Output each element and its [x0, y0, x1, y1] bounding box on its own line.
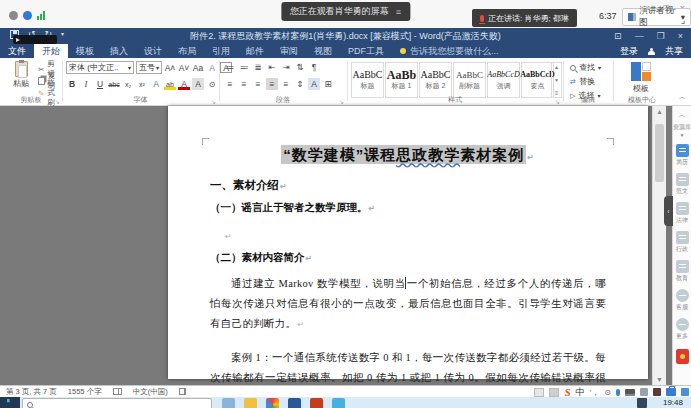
- start-button[interactable]: [0, 397, 20, 408]
- style-card-title[interactable]: AaBbC 标题: [351, 62, 384, 98]
- superscript-button[interactable]: x²: [136, 78, 148, 90]
- page-indicator[interactable]: 第 3 页, 共 7 页: [6, 387, 57, 397]
- multilevel-list-button[interactable]: ≣: [252, 61, 264, 73]
- find-button[interactable]: 查找▾: [570, 62, 601, 73]
- style-card-emphasis[interactable]: AaBbCcD 强调: [487, 62, 520, 98]
- increase-indent-button[interactable]: ⇥: [280, 61, 292, 73]
- tab-view[interactable]: 视图: [306, 44, 340, 58]
- document-title-line[interactable]: “数学建模”课程思政教学素材案例: [168, 146, 648, 165]
- paragraph-dialog-launcher[interactable]: ↘: [339, 98, 344, 105]
- sidebar-item-law[interactable]: 法律: [676, 202, 689, 225]
- sign-in-button[interactable]: 登录: [620, 45, 638, 58]
- app-icon[interactable]: [310, 398, 323, 408]
- character-shading-button[interactable]: A: [192, 78, 204, 90]
- taskview-icon[interactable]: [222, 398, 235, 408]
- emoji-icon[interactable]: ⊙: [604, 388, 611, 397]
- keyboard-icon[interactable]: [625, 389, 635, 396]
- watching-banner[interactable]: 您正在观看肖华勇的屏幕 ≡: [281, 2, 410, 21]
- font-name-select[interactable]: 宋体 (中文正..▾: [66, 61, 134, 74]
- style-card-heading2[interactable]: AaBbC 标题 2: [419, 62, 452, 98]
- change-case-button[interactable]: Aa: [192, 62, 204, 74]
- collapse-ribbon-icon[interactable]: ︿: [679, 92, 686, 102]
- share-button[interactable]: 共享: [665, 45, 683, 58]
- taskbar-clock[interactable]: 19:48: [663, 398, 683, 407]
- grow-font-button[interactable]: A˄: [164, 62, 176, 74]
- font-size-select[interactable]: 五号▾: [136, 61, 162, 74]
- tab-layout[interactable]: 布局: [170, 44, 204, 58]
- ribbon-options-icon[interactable]: ⊡: [614, 31, 622, 41]
- ime-tool-icon[interactable]: [653, 388, 661, 396]
- underline-button[interactable]: U: [94, 78, 106, 90]
- subscript-button[interactable]: x₂: [122, 78, 134, 90]
- align-center-button[interactable]: ≡: [238, 78, 250, 90]
- tab-design[interactable]: 设计: [136, 44, 170, 58]
- align-left-button[interactable]: ≡: [224, 78, 236, 90]
- styles-gallery-scroll[interactable]: ▲ ▼ ≡: [551, 62, 562, 98]
- decrease-indent-button[interactable]: ⇤: [266, 61, 278, 73]
- word-minimize-button[interactable]: —: [635, 31, 644, 41]
- bullets-button[interactable]: ≔: [224, 61, 236, 73]
- sidebar-item-education[interactable]: 教育: [676, 260, 689, 283]
- distribute-button[interactable]: ≡: [280, 78, 292, 90]
- highlight-color-button[interactable]: ab: [164, 78, 176, 90]
- tab-references[interactable]: 引用: [204, 44, 238, 58]
- scroll-down-icon[interactable]: ▼: [653, 376, 666, 383]
- align-right-button[interactable]: ≡: [252, 78, 264, 90]
- sidebar-header[interactable]: 资源库: [673, 123, 691, 132]
- meeting-app-icon[interactable]: [332, 398, 345, 408]
- tell-me-box[interactable]: 告诉我您想要做什么...: [400, 44, 499, 58]
- justify-button[interactable]: ≡: [266, 78, 278, 90]
- tab-home[interactable]: 开始: [34, 44, 68, 58]
- language-indicator[interactable]: 中文(中国): [133, 387, 168, 397]
- subheading-2[interactable]: （二）素材内容简介: [210, 251, 648, 265]
- subheading-1[interactable]: （一）谣言止于智者之数学原理。: [210, 201, 648, 215]
- word-restore-button[interactable]: ❐: [657, 31, 665, 41]
- word-app-icon[interactable]: [288, 398, 301, 408]
- sidebar-item-support[interactable]: 客服: [676, 289, 689, 312]
- vertical-scrollbar[interactable]: ▲ ▼: [652, 106, 666, 385]
- numbering-button[interactable]: ≕: [238, 61, 250, 73]
- tab-insert[interactable]: 插入: [102, 44, 136, 58]
- styles-dialog-launcher[interactable]: ↘: [555, 98, 560, 105]
- template-button[interactable]: 模板: [624, 62, 658, 94]
- style-card-heading1[interactable]: AaBb 标题 1: [385, 62, 418, 98]
- enclose-characters-button[interactable]: ⊙: [206, 78, 218, 90]
- text-effects-button[interactable]: A: [150, 78, 162, 90]
- tab-file[interactable]: 文件: [0, 44, 34, 58]
- shading-button[interactable]: A: [308, 78, 320, 90]
- punctuation-icon[interactable]: ’，: [590, 387, 600, 398]
- heading-1[interactable]: 一、素材介绍: [210, 178, 648, 193]
- qat-customize-icon[interactable]: ▾: [61, 30, 64, 39]
- word-close-button[interactable]: ×: [678, 31, 683, 41]
- skin-icon[interactable]: [640, 388, 648, 396]
- font-color-button[interactable]: A: [178, 78, 190, 90]
- tray-icon[interactable]: [637, 398, 647, 408]
- print-layout-icon[interactable]: [549, 388, 559, 397]
- clear-formatting-button[interactable]: A: [206, 62, 218, 74]
- empty-paragraph[interactable]: [224, 225, 648, 243]
- sidebar-item-admin[interactable]: 行政: [676, 231, 689, 254]
- sidebar-item-more[interactable]: 更多: [676, 318, 689, 341]
- plugin-icon[interactable]: [681, 388, 689, 396]
- read-mode-icon[interactable]: [534, 388, 544, 397]
- tab-mailings[interactable]: 邮件: [238, 44, 272, 58]
- scroll-down-icon[interactable]: ▼: [554, 77, 559, 83]
- toolbox-icon[interactable]: [666, 388, 676, 396]
- fullscreen-icon[interactable]: [672, 10, 685, 23]
- insert-mode-icon[interactable]: [179, 388, 186, 395]
- word-count[interactable]: 1555 个字: [68, 387, 102, 397]
- clipboard-dialog-launcher[interactable]: ↘: [55, 98, 60, 105]
- banner-menu-icon[interactable]: ≡: [396, 7, 401, 17]
- font-dialog-launcher[interactable]: ↘: [211, 98, 216, 105]
- line-spacing-button[interactable]: ⇕: [294, 78, 306, 90]
- strikethrough-button[interactable]: abc: [108, 78, 120, 90]
- style-card-subtitle[interactable]: AaBbC 副标题: [453, 62, 486, 98]
- sidebar-item-model-essay[interactable]: 范文: [676, 173, 689, 196]
- tab-review[interactable]: 审阅: [272, 44, 306, 58]
- file-explorer-icon[interactable]: [244, 398, 257, 408]
- scroll-up-icon[interactable]: ▲: [554, 64, 559, 70]
- borders-button[interactable]: ⊞: [322, 78, 334, 90]
- replace-button[interactable]: ⇄替换: [570, 76, 601, 87]
- sidebar-item-resume[interactable]: 简历: [676, 144, 689, 167]
- browser-icon[interactable]: [266, 398, 279, 408]
